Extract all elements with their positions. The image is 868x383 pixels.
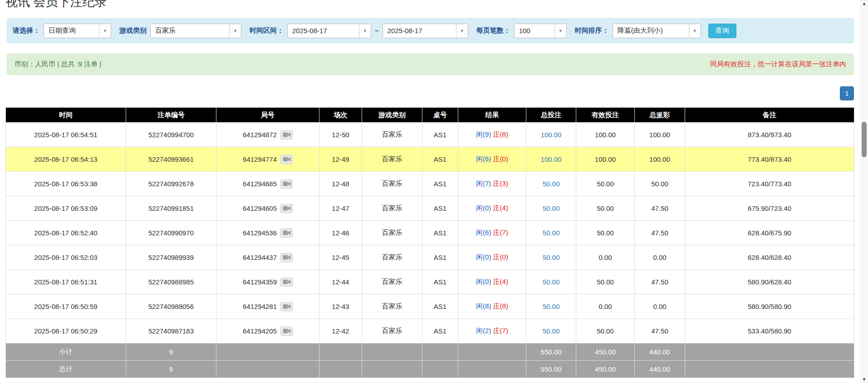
cell-valid-bet: 0.00	[576, 245, 635, 270]
cell-payout: 0.00	[635, 245, 685, 270]
total-bet-link[interactable]: 50.00	[543, 229, 560, 237]
video-replay-icon[interactable]	[280, 327, 293, 336]
video-replay-icon[interactable]	[280, 229, 293, 238]
round-number: 641294536	[243, 229, 277, 237]
total-bet-link[interactable]: 50.00	[543, 278, 560, 286]
cell-note: 533.40/580.90	[685, 319, 854, 343]
total-payout: 440.00	[635, 361, 685, 378]
query-type-select[interactable]: 日期查询 ▼	[44, 24, 111, 38]
round-number: 641294685	[243, 180, 277, 188]
header-session: 场次	[319, 108, 362, 123]
total-bet-link[interactable]: 50.00	[543, 180, 560, 188]
empty-cell	[458, 361, 526, 378]
cell-round: 641294872	[216, 123, 319, 147]
sort-order-label: 时间排序：	[575, 26, 609, 35]
page-size-select[interactable]: 100 ▼	[514, 24, 567, 38]
header-total-bet: 总投注	[526, 108, 576, 123]
total-bet-link[interactable]: 100.00	[541, 131, 562, 139]
total-bet-link[interactable]: 100.00	[541, 155, 562, 163]
round-number: 641294437	[243, 254, 277, 261]
cell-total-bet: 50.00	[526, 196, 576, 221]
scrollbar-thumb[interactable]	[862, 122, 867, 157]
vertical-scrollbar[interactable]: ▲ ▼	[860, 0, 868, 383]
header-bet-id: 注单编号	[126, 108, 216, 123]
cell-game-type: 百家乐	[362, 294, 422, 319]
cell-bet-id: 522740987183	[126, 319, 216, 343]
empty-cell	[685, 361, 854, 378]
cell-total-bet: 50.00	[526, 172, 576, 196]
cell-payout: 100.00	[635, 123, 685, 147]
cell-bet-id: 522740994700	[126, 123, 216, 147]
valid-bet-notice-text: 同局有效投注，统一计算在该局第一张注单内	[710, 60, 846, 69]
total-bet-link[interactable]: 50.00	[543, 327, 560, 335]
scroll-down-icon[interactable]: ▼	[860, 376, 868, 383]
round-number: 641294205	[243, 327, 277, 335]
chevron-down-icon[interactable]: ▼	[689, 24, 701, 38]
cell-table-no: AS1	[422, 172, 458, 196]
scroll-up-icon[interactable]: ▲	[860, 0, 868, 7]
cell-time: 2025-08-17 06:52:40	[6, 221, 126, 245]
pagination-page-1[interactable]: 1	[840, 86, 854, 100]
chevron-down-icon[interactable]: ▼	[359, 24, 371, 38]
sort-order-select[interactable]: 降冪(由大到小) ▼	[613, 24, 701, 38]
table-row: 2025-08-17 06:52:40522740990970641294536…	[6, 221, 854, 245]
cell-total-bet: 100.00	[526, 123, 576, 147]
page-size-value: 100	[515, 24, 554, 38]
cell-payout: 47.50	[635, 270, 685, 294]
cell-game-type: 百家乐	[362, 123, 422, 147]
search-button[interactable]: 查询	[708, 24, 736, 38]
cell-valid-bet: 50.00	[576, 221, 635, 245]
date-from-select[interactable]: 2025-08-17 ▼	[287, 24, 371, 38]
video-replay-icon[interactable]	[280, 253, 293, 262]
video-replay-icon[interactable]	[280, 130, 293, 139]
table-row: 2025-08-17 06:53:38522740992678641294685…	[6, 172, 854, 196]
cell-table-no: AS1	[422, 294, 458, 319]
cell-session: 12-47	[319, 196, 362, 221]
video-replay-icon[interactable]	[280, 179, 293, 189]
empty-cell	[422, 361, 458, 378]
total-bet-link[interactable]: 50.00	[543, 303, 560, 310]
cell-result: 闲(0) 庄(4)	[458, 270, 526, 294]
cell-payout: 50.00	[635, 172, 685, 196]
table-row: 2025-08-17 06:54:13522740993661641294774…	[6, 147, 854, 172]
cell-valid-bet: 50.00	[576, 270, 635, 294]
header-game-type: 游戏类别	[362, 108, 422, 123]
cell-bet-id: 522740989939	[126, 245, 216, 270]
result-player: 闲(0)	[476, 253, 491, 261]
total-row: 总计 9 550.00 450.00 440.00	[6, 361, 854, 378]
chevron-down-icon[interactable]: ▼	[99, 24, 111, 38]
header-payout: 总派彩	[635, 108, 685, 123]
cell-game-type: 百家乐	[362, 319, 422, 343]
cell-result: 闲(7) 庄(3)	[458, 172, 526, 196]
header-valid-bet: 有效投注	[576, 108, 635, 123]
table-row: 2025-08-17 06:51:31522740988985641294359…	[6, 270, 854, 294]
video-replay-icon[interactable]	[280, 302, 293, 311]
video-replay-icon[interactable]	[280, 155, 293, 164]
cell-total-bet: 100.00	[526, 147, 576, 172]
date-to-select[interactable]: 2025-08-17 ▼	[383, 24, 468, 38]
chevron-down-icon[interactable]: ▼	[229, 24, 241, 38]
video-replay-icon[interactable]	[280, 278, 293, 287]
game-type-select[interactable]: 百家乐 ▼	[150, 24, 241, 38]
game-type-label: 游戏类别	[119, 26, 147, 35]
cell-result: 闲(0) 庄(0)	[458, 245, 526, 270]
cell-round: 641294205	[216, 319, 319, 343]
chevron-down-icon[interactable]: ▼	[456, 24, 468, 38]
cell-result: 闲(6) 庄(7)	[458, 221, 526, 245]
header-note: 备注	[685, 108, 854, 123]
result-banker: 庄(4)	[493, 204, 508, 212]
video-replay-icon[interactable]	[280, 204, 293, 213]
chevron-down-icon[interactable]: ▼	[554, 24, 566, 38]
cell-payout: 0.00	[635, 294, 685, 319]
result-player: 闲(6)	[476, 229, 491, 236]
page-title: 视讯 会员下注纪录	[5, 0, 107, 10]
total-total-bet: 550.00	[526, 361, 576, 378]
sort-order-value: 降冪(由大到小)	[613, 24, 689, 38]
total-bet-link[interactable]: 50.00	[543, 254, 560, 261]
result-banker: 庄(0)	[493, 155, 508, 163]
date-separator: ~	[375, 27, 379, 35]
total-bet-link[interactable]: 50.00	[543, 204, 560, 212]
table-header: 时间 注单编号 局号 场次 游戏类别 桌号 结果 总投注 有效投注 总派彩 备注	[6, 108, 854, 123]
result-player: 闲(0)	[476, 278, 491, 285]
cell-valid-bet: 100.00	[576, 147, 635, 172]
